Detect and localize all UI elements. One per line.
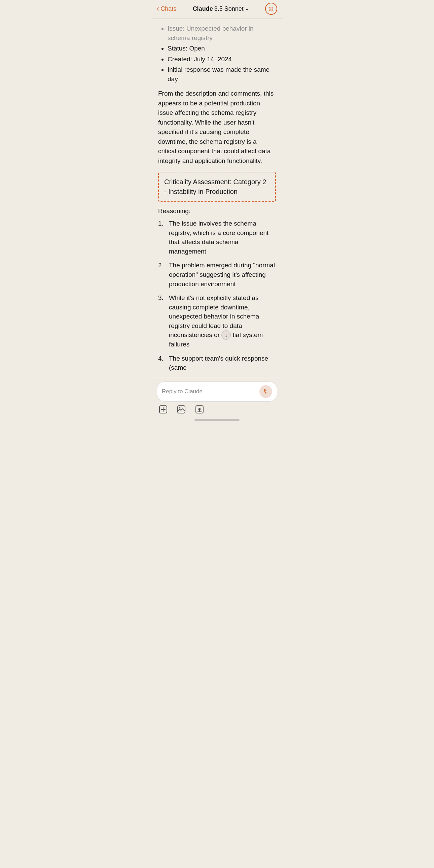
list-item: 4. The support team's quick response (sa… [158, 354, 276, 372]
list-item: Issue: Unexpected behavior in schema reg… [168, 24, 276, 42]
list-item-text: The support team's quick response (same [169, 354, 276, 372]
mic-button[interactable]: 🎙 [259, 385, 272, 398]
home-indicator [195, 419, 239, 421]
list-item-text: The problem emerged during "normal opera… [169, 260, 276, 288]
list-number: 4. [158, 354, 166, 372]
list-number: 3. [158, 293, 166, 349]
list-item-text: While it's not explicitly stated as caus… [169, 293, 276, 349]
nav-title[interactable]: Claude 3.5 Sonnet ⌄ [193, 5, 249, 12]
nav-header: ‹ Chats Claude 3.5 Sonnet ⌄ ⊕ [152, 0, 282, 19]
content-area: Issue: Unexpected behavior in schema reg… [152, 19, 282, 372]
svg-rect-3 [178, 406, 185, 413]
back-label: Chats [161, 5, 176, 12]
list-number: 1. [158, 219, 166, 256]
upload-icon[interactable] [195, 405, 204, 416]
input-bar-container: Reply to Claude 🎙 [152, 378, 282, 425]
input-bar: Reply to Claude 🎙 [157, 381, 277, 402]
gallery-icon[interactable] [177, 405, 186, 416]
svg-point-4 [179, 407, 181, 408]
input-placeholder[interactable]: Reply to Claude [162, 388, 257, 395]
nav-title-bold: Claude [193, 5, 213, 12]
list-item: Created: July 14, 2024 [168, 55, 276, 64]
description-paragraph: From the description and comments, this … [158, 89, 276, 166]
list-item: 2. The problem emerged during "normal op… [158, 260, 276, 288]
mic-icon: 🎙 [263, 388, 269, 395]
bullet-list: Issue: Unexpected behavior in schema reg… [158, 24, 276, 84]
toolbar-icons [157, 405, 277, 417]
reasoning-label: Reasoning: [158, 208, 276, 215]
list-item-text: The issue involves the schema registry, … [169, 219, 276, 256]
chevron-down-icon: ⌄ [245, 6, 249, 11]
add-media-icon[interactable] [159, 405, 168, 416]
list-number: 2. [158, 260, 166, 288]
list-item: 1. The issue involves the schema registr… [158, 219, 276, 256]
list-item: Initial response was made the same day [168, 65, 276, 84]
criticality-box: Criticality Assessment: Category 2 - Ins… [158, 172, 276, 202]
scroll-down-button[interactable]: ↓ [221, 330, 231, 340]
nav-model-name: 3.5 Sonnet [214, 5, 243, 12]
new-chat-button[interactable]: ⊕ [265, 3, 277, 15]
reasoning-list: 1. The issue involves the schema registr… [158, 219, 276, 372]
back-button[interactable]: ‹ Chats [157, 4, 176, 13]
criticality-text: Criticality Assessment: Category 2 - Ins… [164, 178, 266, 195]
back-chevron-icon: ‹ [157, 4, 159, 13]
new-chat-icon: ⊕ [268, 5, 274, 13]
list-item: Status: Open [168, 44, 276, 53]
list-item: 3. While it's not explicitly stated as c… [158, 293, 276, 349]
